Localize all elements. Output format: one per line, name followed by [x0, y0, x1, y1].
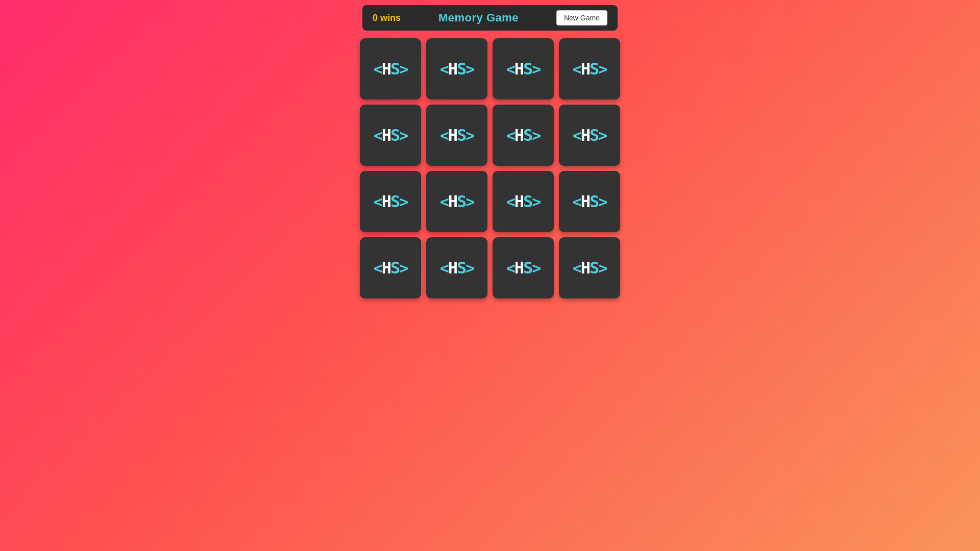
card-logo: <HS>	[573, 126, 607, 145]
card-logo: <HS>	[506, 126, 541, 145]
bracket-left: <	[374, 60, 382, 78]
card-logo: <HS>	[374, 258, 408, 278]
card-logo: <HS>	[374, 126, 408, 145]
card-logo: <HS>	[573, 59, 607, 79]
card-logo: <HS>	[573, 192, 607, 211]
card-3[interactable]: <HS>	[493, 38, 554, 99]
card-logo: <HS>	[374, 59, 408, 79]
card-15[interactable]: <HS>	[493, 237, 554, 298]
card-12[interactable]: <HS>	[559, 171, 620, 232]
card-14[interactable]: <HS>	[426, 237, 487, 298]
letter-h: H	[382, 59, 390, 79]
card-logo: <HS>	[440, 192, 474, 211]
card-10[interactable]: <HS>	[426, 171, 487, 232]
card-13[interactable]: <HS>	[360, 237, 421, 298]
card-11[interactable]: <HS>	[493, 171, 554, 232]
new-game-button[interactable]: New Game	[556, 10, 607, 26]
card-logo: <HS>	[506, 258, 541, 278]
card-2[interactable]: <HS>	[426, 38, 487, 99]
wins-display: 0 wins	[373, 13, 401, 23]
game-title: Memory Game	[438, 11, 519, 24]
card-8[interactable]: <HS>	[559, 105, 620, 166]
card-logo: <HS>	[440, 59, 474, 79]
card-logo: <HS>	[506, 59, 541, 79]
header: 0 wins Memory Game New Game	[362, 5, 618, 31]
game-container: 0 wins Memory Game New Game <HS> <HS> <H…	[362, 5, 618, 298]
card-logo: <HS>	[506, 192, 541, 211]
bracket-right: >	[399, 60, 407, 78]
letter-s: S	[390, 59, 399, 79]
card-4[interactable]: <HS>	[559, 38, 620, 99]
card-7[interactable]: <HS>	[493, 105, 554, 166]
card-logo: <HS>	[440, 126, 474, 145]
card-logo: <HS>	[573, 258, 607, 278]
card-16[interactable]: <HS>	[559, 237, 620, 298]
card-9[interactable]: <HS>	[360, 171, 421, 232]
card-5[interactable]: <HS>	[360, 105, 421, 166]
card-6[interactable]: <HS>	[426, 105, 487, 166]
card-logo: <HS>	[440, 258, 474, 278]
cards-grid: <HS> <HS> <HS> <HS> <HS> <HS>	[360, 38, 620, 298]
card-1[interactable]: <HS>	[360, 38, 421, 99]
card-logo: <HS>	[374, 192, 408, 211]
